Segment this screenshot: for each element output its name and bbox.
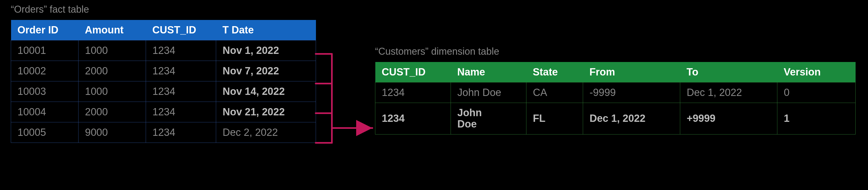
table-cell: 10004: [11, 102, 79, 122]
table-cell: 1234: [146, 61, 216, 81]
orders-col-cust-id: CUST_ID: [146, 20, 216, 40]
table-cell: 1234: [375, 82, 451, 103]
table-cell: 1234: [146, 81, 216, 102]
table-row: 1000110001234Nov 1, 2022: [11, 40, 316, 61]
table-cell: 1000: [79, 81, 146, 102]
customers-col-version: Version: [777, 62, 856, 82]
orders-caption: “Orders” fact table: [11, 4, 89, 15]
orders-col-t-date: T Date: [216, 20, 316, 40]
table-row: 1234JohnDoeFLDec 1, 2022+99991: [375, 103, 856, 135]
table-cell: Nov 1, 2022: [216, 40, 316, 61]
table-cell: 1234: [146, 122, 216, 143]
table-cell: 10001: [11, 40, 79, 61]
orders-table: Order ID Amount CUST_ID T Date 100011000…: [11, 20, 316, 143]
table-cell: 1234: [375, 103, 451, 135]
table-cell: FL: [526, 103, 583, 135]
table-cell: 0: [777, 82, 856, 103]
table-row: 1000310001234Nov 14, 2022: [11, 81, 316, 102]
table-cell: JohnDoe: [451, 103, 526, 135]
table-cell: Nov 14, 2022: [216, 81, 316, 102]
customers-col-state: State: [526, 62, 583, 82]
table-cell: Dec 2, 2022: [216, 122, 316, 143]
orders-header: Order ID Amount CUST_ID T Date: [11, 20, 316, 40]
table-cell: 2000: [79, 61, 146, 81]
customers-table: CUST_ID Name State From To Version 1234J…: [375, 62, 856, 135]
table-cell: Nov 7, 2022: [216, 61, 316, 81]
table-cell: Dec 1, 2022: [583, 103, 680, 135]
table-cell: 9000: [79, 122, 146, 143]
table-cell: 10003: [11, 81, 79, 102]
table-cell: 10005: [11, 122, 79, 143]
table-row: 1000220001234Nov 7, 2022: [11, 61, 316, 81]
table-row: 1000590001234Dec 2, 2022: [11, 122, 316, 143]
customers-col-cust-id: CUST_ID: [375, 62, 451, 82]
orders-col-amount: Amount: [79, 20, 146, 40]
table-cell: 1: [777, 103, 856, 135]
customers-body: 1234John DoeCA-9999Dec 1, 202201234JohnD…: [375, 82, 856, 135]
table-cell: CA: [526, 82, 583, 103]
customers-col-name: Name: [451, 62, 526, 82]
table-cell: 1234: [146, 102, 216, 122]
table-cell: -9999: [583, 82, 680, 103]
table-cell: Nov 21, 2022: [216, 102, 316, 122]
customers-header: CUST_ID Name State From To Version: [375, 62, 856, 82]
customers-col-to: To: [680, 62, 777, 82]
table-cell: John Doe: [451, 82, 526, 103]
table-cell: Dec 1, 2022: [680, 82, 777, 103]
table-cell: 2000: [79, 102, 146, 122]
table-cell: 1234: [146, 40, 216, 61]
table-row: 1234John DoeCA-9999Dec 1, 20220: [375, 82, 856, 103]
table-cell: 10002: [11, 61, 79, 81]
table-cell: 1000: [79, 40, 146, 61]
customers-col-from: From: [583, 62, 680, 82]
orders-col-order-id: Order ID: [11, 20, 79, 40]
customers-caption: “Customers” dimension table: [375, 46, 499, 57]
orders-body: 1000110001234Nov 1, 20221000220001234Nov…: [11, 40, 316, 143]
table-row: 1000420001234Nov 21, 2022: [11, 102, 316, 122]
table-cell: +9999: [680, 103, 777, 135]
